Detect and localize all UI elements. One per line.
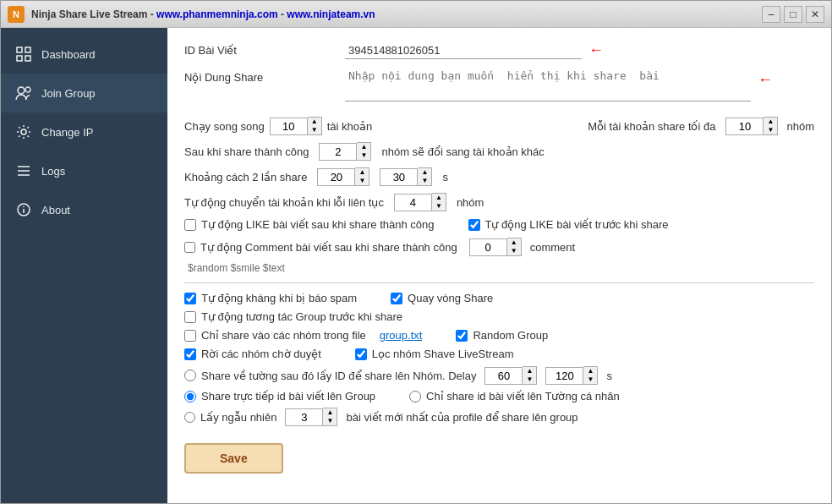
- sau-khi-label: Sau khi share thành công: [184, 145, 309, 158]
- cb-loc-nhom-checkbox[interactable]: [355, 348, 367, 360]
- svg-rect-0: [17, 47, 22, 52]
- moi-spinbox: ▲ ▼: [725, 117, 778, 135]
- tu-dong-spinbox: ▲ ▼: [394, 193, 446, 211]
- cb2-label: Tự động LIKE bài viết trước khi share: [485, 218, 669, 231]
- comment-down-btn[interactable]: ▼: [507, 247, 521, 255]
- delay-up-btn2[interactable]: ▲: [583, 367, 597, 375]
- nhom2-label: nhóm: [457, 196, 484, 209]
- close-button[interactable]: ✕: [806, 6, 824, 23]
- khoang-input1[interactable]: [317, 168, 355, 186]
- file-link[interactable]: group.txt: [380, 329, 423, 342]
- khoang-down-btn2[interactable]: ▼: [418, 177, 431, 185]
- cb-roi-nhom-checkbox[interactable]: [184, 348, 196, 360]
- radio4-row: Lấy ngẫu nhiên ▲ ▼ bài viết mới nhất của…: [184, 408, 814, 426]
- title-sep: -: [278, 8, 287, 20]
- cb3-row: Tự động Comment bài viết sau khi share t…: [184, 238, 814, 256]
- lay-suffix-label: bài viết mới nhất của profile để share l…: [346, 411, 577, 424]
- cb1-label: Tự động LIKE bài viết sau khi share thàn…: [201, 218, 435, 231]
- sidebar-item-join-group[interactable]: Join Group: [1, 74, 167, 112]
- khoang-input2[interactable]: [380, 168, 418, 186]
- svg-point-5: [25, 87, 30, 92]
- nhom-doi-label: nhóm sẽ đổi sang tài khoản khác: [381, 145, 544, 158]
- sidebar-item-dashboard[interactable]: Dashboard: [1, 35, 167, 74]
- sidebar-item-about[interactable]: About: [1, 190, 167, 229]
- lower-cb-row3: Chỉ share vào các nhóm trong file group.…: [184, 329, 814, 342]
- titlebar: N Ninja Share Live Stream - www.phanmemn…: [1, 1, 831, 28]
- app-window: N Ninja Share Live Stream - www.phanmemn…: [0, 0, 832, 504]
- sau-down-btn[interactable]: ▼: [357, 151, 370, 160]
- chay-up-btn[interactable]: ▲: [308, 118, 321, 126]
- comment-up-btn[interactable]: ▲: [507, 238, 521, 247]
- khoang-up-btn1[interactable]: ▲: [355, 168, 369, 177]
- cb-tuong-tac-checkbox[interactable]: [184, 311, 196, 323]
- tu-dong-up-btn[interactable]: ▲: [432, 194, 446, 202]
- save-button[interactable]: Save: [184, 443, 283, 474]
- app-title: Ninja Share Live Stream - www.phanmemnin…: [31, 8, 762, 20]
- moi-input[interactable]: [725, 118, 764, 135]
- noidung-label: Nội Dung Share: [184, 68, 345, 84]
- save-row: Save: [184, 435, 814, 474]
- tu-dong-input[interactable]: [394, 194, 432, 211]
- cb3-checkbox[interactable]: [184, 242, 195, 253]
- sau-spinbox: ▲ ▼: [319, 142, 371, 161]
- sau-input[interactable]: [319, 143, 357, 161]
- tu-dong-down-btn[interactable]: ▼: [432, 202, 446, 211]
- khoang-cach-label: Khoảng cách 2 lần share: [184, 171, 307, 184]
- svg-rect-2: [17, 56, 22, 61]
- info-icon: [14, 200, 33, 219]
- lower-cb-row4: Rời các nhóm chờ duyệt Lọc nhóm Shave Li…: [184, 348, 814, 360]
- sidebar-label-change-ip: Change IP: [41, 126, 93, 139]
- moi-down-btn[interactable]: ▼: [764, 126, 777, 134]
- chay-input[interactable]: [270, 118, 308, 135]
- delay-down-btn2[interactable]: ▼: [583, 375, 597, 384]
- sidebar-label-dashboard: Dashboard: [41, 48, 96, 61]
- delay-down-btn1[interactable]: ▼: [523, 375, 536, 384]
- delay-spinbox1: ▲ ▼: [484, 366, 537, 385]
- minimize-button[interactable]: –: [762, 6, 780, 23]
- cb-spam-checkbox[interactable]: [184, 293, 196, 304]
- chay-label: Chạy song song: [184, 120, 265, 133]
- random-text-area: $random $smile $text: [184, 261, 814, 274]
- chay-song-song-row: Chạy song song ▲ ▼ tài khoản Mỗi tài kho…: [184, 117, 814, 135]
- comment-spinbox: ▲ ▼: [469, 238, 522, 256]
- main-content: Dashboard Join Group: [1, 28, 831, 503]
- radio4[interactable]: [184, 412, 195, 423]
- khoang-cach-row: Khoảng cách 2 lần share ▲ ▼ ▲ ▼ s: [184, 167, 814, 186]
- cb-random-group-checkbox[interactable]: [456, 330, 468, 342]
- divider1: [184, 282, 814, 283]
- moi-up-btn[interactable]: ▲: [764, 118, 777, 126]
- delay-input2[interactable]: [545, 367, 583, 385]
- cb1-checkbox[interactable]: [184, 219, 196, 231]
- comment-input[interactable]: [469, 238, 507, 256]
- cb-quay-vong-checkbox[interactable]: [391, 293, 402, 304]
- radio23-row: Share trực tiếp id bài viết lên Group Ch…: [184, 390, 814, 403]
- title-text: Ninja Share Live Stream -: [31, 8, 156, 20]
- radio4-label: Lấy ngẫu nhiên: [200, 411, 276, 424]
- s-label: s: [442, 171, 448, 184]
- lower-cb-row1: Tự động kháng khi bị báo spam Quay vòng …: [184, 292, 814, 304]
- lay-down-btn[interactable]: ▼: [323, 417, 337, 425]
- lay-input[interactable]: [285, 408, 323, 426]
- maximize-button[interactable]: □: [784, 6, 802, 23]
- lay-up-btn[interactable]: ▲: [323, 408, 337, 417]
- chay-down-btn[interactable]: ▼: [308, 126, 321, 134]
- khoang-up-btn2[interactable]: ▲: [418, 168, 431, 177]
- cb2-checkbox[interactable]: [468, 219, 480, 231]
- svg-point-6: [21, 129, 26, 134]
- cb-chi-share-file-checkbox[interactable]: [184, 330, 196, 342]
- sidebar-item-logs[interactable]: Logs: [1, 151, 167, 190]
- sidebar-item-change-ip[interactable]: Change IP: [1, 112, 167, 151]
- noidung-textarea[interactable]: [345, 68, 751, 101]
- radio3[interactable]: [409, 391, 421, 403]
- khoang-down-btn1[interactable]: ▼: [355, 177, 369, 185]
- radio1[interactable]: [184, 370, 196, 381]
- cb-tuong-tac-group: Tự động tương tác Group trước khi share: [184, 310, 402, 323]
- cb-tuong-tac-label: Tự động tương tác Group trước khi share: [201, 310, 402, 323]
- sau-up-btn[interactable]: ▲: [357, 143, 370, 151]
- id-label: ID Bài Viết: [184, 44, 345, 57]
- id-input[interactable]: [345, 42, 582, 59]
- radio2[interactable]: [184, 391, 196, 403]
- delay-input1[interactable]: [484, 367, 523, 385]
- random-text: $random $smile $text: [188, 262, 285, 274]
- delay-up-btn1[interactable]: ▲: [523, 367, 536, 375]
